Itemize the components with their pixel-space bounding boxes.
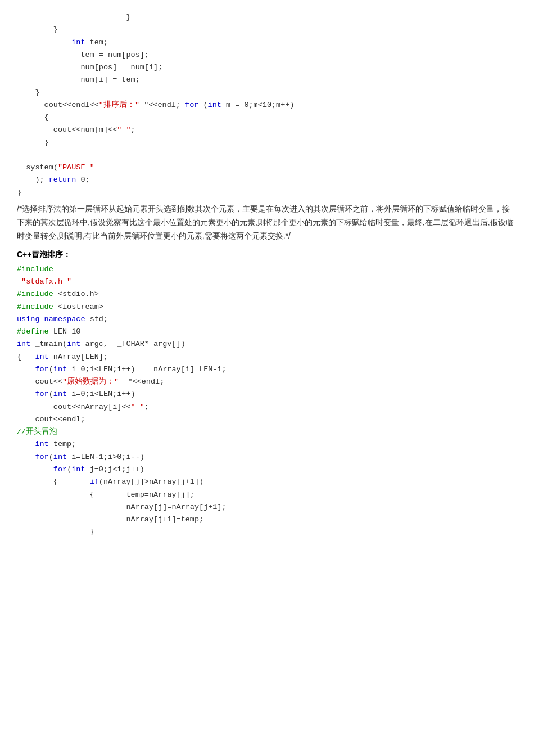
comment-block: /*选择排序法的第一层循环从起始元素开头选到倒数其次个元素，主要是在每次进入的其… — [17, 202, 517, 242]
code-content: } } int tem; tem = num[pos]; num[pos] = … — [17, 11, 517, 539]
bubble-sort-heading: C++冒泡排序： — [17, 248, 517, 260]
code-block-top: } } int tem; tem = num[pos]; num[pos] = … — [17, 11, 517, 199]
code-block-bubble: #include "stdafx.h " #include <stdio.h> … — [17, 263, 517, 539]
